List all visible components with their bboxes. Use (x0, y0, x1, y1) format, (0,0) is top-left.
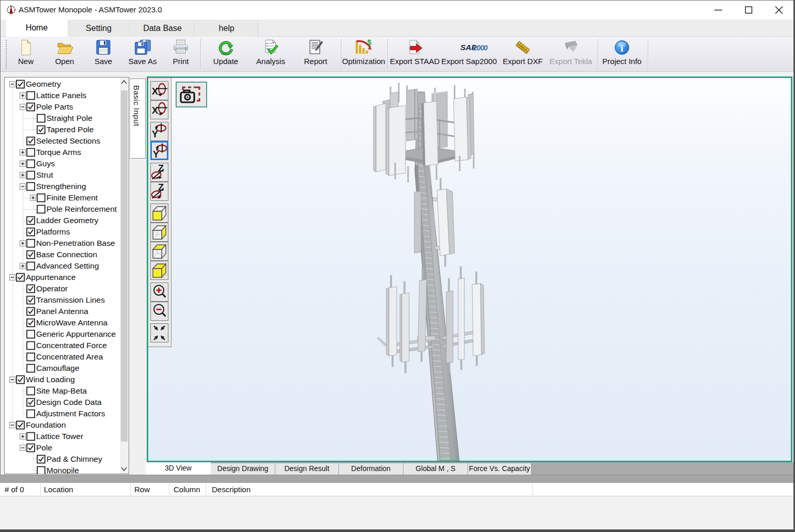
svg-text:Pole Reinforcement: Pole Reinforcement (46, 205, 117, 213)
svg-text:Pad & Chimney: Pad & Chimney (46, 455, 102, 463)
svg-text:Design Code Data: Design Code Data (36, 398, 102, 406)
svg-text:Strut: Strut (36, 170, 53, 179)
svg-text:Adjustment Factors: Adjustment Factors (36, 409, 105, 418)
svg-text:Lattice Tower: Lattice Tower (36, 432, 83, 441)
svg-text:Concentrated Area: Concentrated Area (36, 352, 103, 361)
svg-text:Finite Element: Finite Element (46, 193, 98, 202)
svg-text:Foundation: Foundation (26, 420, 66, 429)
svg-text:Guys: Guys (36, 159, 55, 168)
svg-text:Camouflage: Camouflage (36, 364, 80, 372)
svg-text:i: i (620, 43, 623, 54)
svg-text:Geometry: Geometry (26, 80, 61, 88)
svg-text:Tapered Pole: Tapered Pole (46, 125, 93, 134)
svg-text:Straight Pole: Straight Pole (46, 114, 92, 122)
svg-text:MicroWave Antenna: MicroWave Antenna (36, 318, 108, 327)
svg-text:Generic Appurtenance: Generic Appurtenance (36, 330, 116, 338)
svg-text:Operator: Operator (36, 284, 68, 293)
svg-text:Panel Antenna: Panel Antenna (36, 307, 88, 316)
svg-text:X: X (152, 105, 158, 116)
svg-text:Strengthening: Strengthening (36, 182, 86, 191)
svg-text:Advanced Setting: Advanced Setting (36, 261, 99, 270)
svg-text:Torque Arms: Torque Arms (36, 148, 81, 157)
svg-text:Concentrated Force: Concentrated Force (36, 341, 107, 350)
svg-text:Platforms: Platforms (36, 227, 70, 236)
svg-text:Transmission Lines: Transmission Lines (36, 295, 105, 304)
svg-text:Selected Sections: Selected Sections (36, 136, 100, 145)
svg-text:Lattice Panels: Lattice Panels (36, 91, 87, 100)
svg-text:Site Map-Beta: Site Map-Beta (36, 386, 87, 395)
svg-text:Monopile: Monopile (46, 466, 79, 474)
svg-text:Pole Parts: Pole Parts (36, 102, 73, 111)
svg-text:X: X (152, 86, 158, 97)
svg-text:Appurtenance: Appurtenance (26, 273, 76, 281)
svg-text:Base Connection: Base Connection (36, 250, 97, 259)
svg-text:Pole: Pole (36, 443, 52, 452)
svg-text:Ladder Geometry: Ladder Geometry (36, 216, 99, 225)
svg-text:$: $ (367, 39, 371, 46)
svg-text:Non-Penetration Base: Non-Penetration Base (36, 239, 115, 247)
svg-text:Wind Loading: Wind Loading (26, 375, 75, 384)
svg-text:2000: 2000 (473, 44, 488, 52)
